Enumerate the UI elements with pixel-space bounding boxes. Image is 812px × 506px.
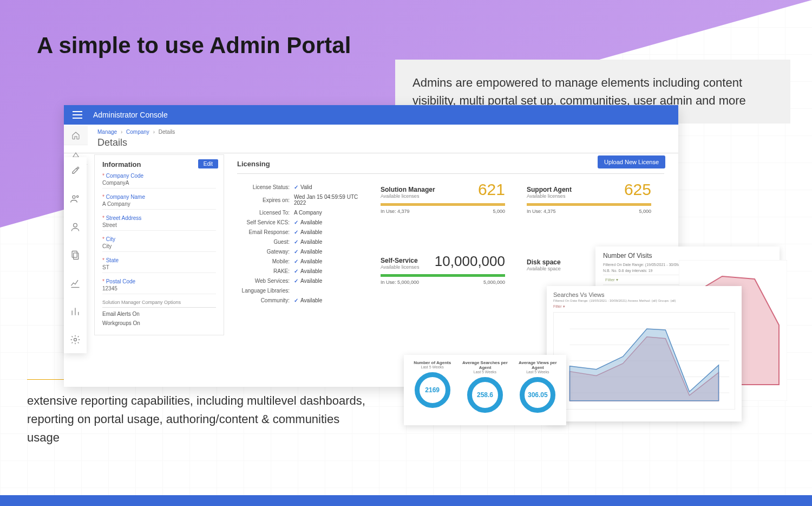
field-value: CompanyA xyxy=(102,180,216,186)
callout-lower: extensive reporting capabilities, includ… xyxy=(27,379,374,447)
donut-ring: 306.05 xyxy=(520,377,555,413)
field-value: ST xyxy=(102,264,216,270)
lic-key: License Status: xyxy=(237,184,294,190)
field-value: A Company xyxy=(102,201,216,207)
option-email-alerts: Email Alerts On xyxy=(102,311,216,317)
lic-key: Expires on: xyxy=(237,197,294,203)
sv-title: Searches Vs Views xyxy=(553,291,735,298)
check-icon: ✓ xyxy=(294,297,298,303)
crumb-company[interactable]: Company xyxy=(126,129,149,135)
check-icon: ✓ xyxy=(294,278,298,284)
svg-point-1 xyxy=(73,196,75,198)
donut-value: 2169 xyxy=(425,386,440,394)
lic-key: Self Service KCS: xyxy=(237,219,294,225)
donut-ring: 2169 xyxy=(415,372,450,408)
lic-key: Community: xyxy=(237,297,294,303)
lic-key: Gateway: xyxy=(237,249,294,255)
sv-filter-toggle[interactable]: Filter ▾ xyxy=(553,304,735,309)
menu-toggle-icon[interactable] xyxy=(73,111,82,119)
user-icon[interactable] xyxy=(69,221,81,233)
svg-rect-5 xyxy=(74,253,78,260)
svg-point-6 xyxy=(74,339,77,341)
in-use-label: In Use: 4,375 xyxy=(527,209,556,214)
card-value: 10,000,000 xyxy=(435,253,505,270)
donut-value: 258.6 xyxy=(477,391,493,399)
field-label: Postal Code xyxy=(106,278,135,284)
visits-filter-desc2: N.B. No. 0-8 day intervals: 19 xyxy=(603,269,772,273)
card-value: 621 xyxy=(478,180,505,199)
usage-bar xyxy=(527,203,651,206)
users-icon[interactable] xyxy=(69,193,81,205)
field-label: State xyxy=(106,257,119,263)
crumb-manage[interactable]: Manage xyxy=(97,129,117,135)
donut-sub: Last 5 Weeks xyxy=(460,370,510,374)
field-label: Company Code xyxy=(106,173,143,179)
app-title: Administrator Console xyxy=(93,111,168,119)
card-sub: Available space xyxy=(527,266,561,271)
documents-icon[interactable] xyxy=(69,249,81,261)
sv-chart xyxy=(553,312,735,410)
section-heading: Details xyxy=(64,136,678,153)
lic-val: A Company xyxy=(294,210,364,216)
lic-val: Wed Jan 15 04:59:59 UTC 2022 xyxy=(294,194,364,206)
total-label: 5,000 xyxy=(493,209,505,214)
sv-filter-desc: Filtered On Date Range: (19/05/2021 - 30… xyxy=(553,299,735,302)
donut-value: 306.05 xyxy=(528,391,548,399)
option-workgroups: Workgroups On xyxy=(102,320,216,326)
check-icon: ✓ xyxy=(294,219,298,225)
gear-icon[interactable] xyxy=(69,334,81,346)
card-solution-manager: Solution ManagerAvailable licenses621 In… xyxy=(381,180,505,237)
lic-val: Available xyxy=(300,239,322,245)
lic-key: Language Libraries: xyxy=(237,288,294,294)
card-title: Disk space xyxy=(527,258,561,266)
card-self-service: Self-ServiceAvailable licenses10,000,000… xyxy=(381,253,505,308)
in-use-label: In Use: 5,000,000 xyxy=(381,280,419,285)
svg-rect-4 xyxy=(72,251,77,258)
edit-button[interactable]: Edit xyxy=(198,159,218,168)
card-value: 625 xyxy=(624,180,651,199)
page-title: A simple to use Admin Portal xyxy=(37,33,351,59)
field-value: 12345 xyxy=(102,286,216,291)
information-panel: Information Edit * Company CodeCompanyA … xyxy=(94,154,224,335)
check-icon: ✓ xyxy=(294,258,298,264)
bar-chart-icon[interactable] xyxy=(69,306,81,317)
visits-filter-desc: Filtered On Date Range: (19/05/2021 - 30… xyxy=(603,263,772,267)
searches-views-panel: Searches Vs Views Filtered On Date Range… xyxy=(547,286,742,421)
donut-views: Average Views per Agent Last 5 Weeks 306… xyxy=(513,360,563,420)
card-support-agent: Support AgentAvailable licenses625 In Us… xyxy=(527,180,651,237)
card-sub: Available licenses xyxy=(527,193,572,199)
visits-filter-toggle[interactable]: Filter ▾ xyxy=(603,275,772,285)
check-icon: ✓ xyxy=(294,229,298,235)
check-icon: ✓ xyxy=(294,268,298,274)
breadcrumb: Manage › Company › Details xyxy=(64,125,678,136)
check-icon: ✓ xyxy=(294,184,298,190)
tools-icon[interactable] xyxy=(69,165,81,177)
donut-title: Number of Agents xyxy=(407,360,457,365)
card-title: Self-Service xyxy=(381,257,419,264)
field-value: City xyxy=(102,243,216,249)
usage-bar xyxy=(381,203,505,206)
lic-val: Available xyxy=(300,268,322,274)
options-header: Solution Manager Company Options xyxy=(102,300,216,308)
crumb-current: Details xyxy=(159,129,175,135)
field-label: Company Name xyxy=(106,194,145,200)
lic-val: Available xyxy=(300,297,322,303)
footer-bar xyxy=(0,495,812,506)
analytics-icon[interactable] xyxy=(69,277,81,289)
card-sub: Available licenses xyxy=(381,264,419,270)
lic-key: Licensed To: xyxy=(237,210,294,216)
lic-val: Valid xyxy=(300,184,312,190)
lic-key: Guest: xyxy=(237,239,294,245)
card-title: Support Agent xyxy=(527,186,572,193)
upload-license-button[interactable]: Upload New License xyxy=(598,155,665,168)
tab-home[interactable] xyxy=(64,126,88,145)
donut-title: Average Views per Agent xyxy=(513,360,563,370)
total-label: 5,000,000 xyxy=(483,280,505,285)
check-icon: ✓ xyxy=(294,239,298,245)
donut-sub: Last 5 Weeks xyxy=(513,370,563,374)
license-property-list: License Status:✓Valid Expires on:Wed Jan… xyxy=(237,180,364,307)
field-label: City xyxy=(106,236,115,242)
lic-key: Mobile: xyxy=(237,258,294,264)
lic-val: Available xyxy=(300,249,322,255)
donut-ring: 258.6 xyxy=(467,377,503,413)
